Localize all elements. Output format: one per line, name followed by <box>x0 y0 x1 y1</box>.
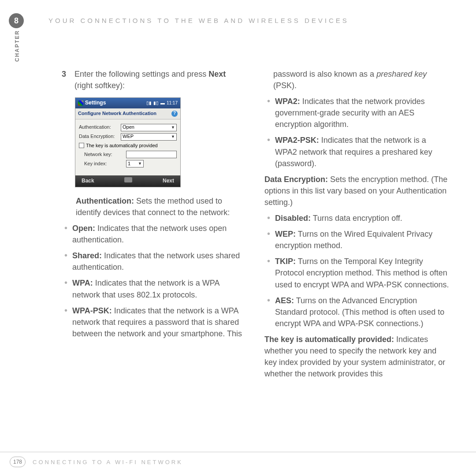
item-text: Indicates that the network uses open aut… <box>72 224 227 244</box>
key-heading: The key is automatically provided: <box>264 335 394 344</box>
item-bold: Shared: <box>72 251 102 260</box>
softkey-next[interactable]: Next <box>163 177 174 185</box>
list-item: AES: Turns on the Advanced Encryption St… <box>266 295 450 329</box>
list-item: TKIP: Turns on the Temporal Key Integrit… <box>266 256 450 290</box>
list-item: Disabled: Turns data encryption off. <box>266 212 450 224</box>
header-title: YOUR CONNECTIONS TO THE WEB AND WIRELESS… <box>48 17 349 24</box>
auto-key-checkbox[interactable] <box>79 143 84 148</box>
ss-body: Authentication: Open ▼ Data Encryption: … <box>75 119 180 176</box>
main-content: 3 Enter the following settings and press… <box>62 68 458 384</box>
list-item: WEP: Turns on the Wired Equivalent Priva… <box>266 228 450 251</box>
enc-heading: Data Encryption: <box>264 175 328 184</box>
list-item: WPA-PSK: Indicates that the network is a… <box>63 305 247 339</box>
start-icon <box>78 100 83 106</box>
list-item: WPA: Indicates that the network is a WPA… <box>63 277 247 300</box>
keyidx-dropdown[interactable]: 1 ▼ <box>126 160 144 167</box>
column-right: password is also known as a preshared ke… <box>264 68 450 384</box>
auth-list-cont: WPA2: Indicates that the network provide… <box>264 96 450 169</box>
item-bold: WPA-PSK: <box>72 306 112 315</box>
step-number: 3 <box>62 68 72 80</box>
step-text-before: Enter the following settings and press <box>74 70 208 78</box>
keyidx-label: Key index: <box>84 160 126 167</box>
key-section: The key is automatically provided: Indic… <box>264 334 450 379</box>
enc-label: Data Encryption: <box>79 133 121 140</box>
cont-text-1: password is also known as a <box>273 70 376 78</box>
netkey-input[interactable] <box>126 151 177 158</box>
signal-icon: ▯▮ <box>146 100 152 107</box>
item-bold: Open: <box>72 224 95 233</box>
item-bold: WPA2-PSK: <box>275 136 319 145</box>
item-bold: AES: <box>275 296 294 305</box>
keyidx-value: 1 <box>128 160 130 167</box>
list-item: WPA2: Indicates that the network provide… <box>266 96 450 130</box>
step-bold: Next <box>208 70 226 78</box>
page-number: 178 <box>10 457 26 467</box>
auth-dropdown[interactable]: Open ▼ <box>121 124 177 131</box>
chapter-number-badge: 8 <box>9 13 24 28</box>
ss-titlebar: Settings ▯▮ ▮▯ ▬ 11:17 <box>75 98 180 108</box>
enc-value: WEP <box>123 133 134 140</box>
cont-italic: preshared key <box>376 70 427 78</box>
item-bold: WPA2: <box>275 97 300 106</box>
item-text: Turns on the Advanced Encryption Standar… <box>275 296 444 328</box>
item-bold: Disabled: <box>275 214 311 223</box>
list-item: Open: Indicates that the network uses op… <box>63 223 247 245</box>
auth-value: Open <box>123 124 134 131</box>
auto-key-checkbox-row: The key is automatically provided <box>79 142 177 149</box>
footer-title: CONNECTING TO A WI-FI NETWORK <box>33 459 183 465</box>
enc-dropdown[interactable]: WEP ▼ <box>121 133 177 141</box>
item-text: Turns data encryption off. <box>311 214 402 223</box>
netkey-label: Network key: <box>84 151 126 158</box>
softkey-back[interactable]: Back <box>82 177 94 185</box>
ss-softkeys: Back Next <box>75 175 180 186</box>
item-bold: TKIP: <box>275 257 296 266</box>
device-screenshot: Settings ▯▮ ▮▯ ▬ 11:17 Configure Network… <box>75 97 181 187</box>
ss-title: Settings <box>85 99 106 107</box>
step-text-after: (right softkey): <box>74 81 125 90</box>
step-3: 3 Enter the following settings and press… <box>62 68 247 91</box>
chevron-down-icon: ▼ <box>171 134 175 140</box>
keyboard-icon[interactable] <box>124 177 132 182</box>
help-icon[interactable]: ? <box>171 111 178 117</box>
auth-heading: Authentication: <box>76 197 134 205</box>
wpa-psk-continuation: password is also known as a preshared ke… <box>264 68 450 91</box>
ss-subtitle: Configure Network Authentication <box>78 110 156 117</box>
wifi-icon: ▮▯ <box>153 100 159 107</box>
auto-key-label: The key is automatically provided <box>86 142 158 149</box>
item-bold: WPA: <box>72 279 93 287</box>
chapter-label: CHAPTER <box>14 30 20 62</box>
auth-label: Authentication: <box>79 124 121 131</box>
item-text: Turns on the Temporal Key Integrity Prot… <box>275 257 449 289</box>
enc-list: Disabled: Turns data encryption off. WEP… <box>264 212 450 329</box>
list-item: WPA2-PSK: Indicates that the network is … <box>266 134 450 169</box>
item-text: Indicates that the network is a WPA netw… <box>72 279 219 299</box>
ss-status-icons: ▯▮ ▮▯ ▬ 11:17 <box>146 100 178 107</box>
ss-subtitle-bar: Configure Network Authentication ? <box>75 108 180 119</box>
column-left: 3 Enter the following settings and press… <box>62 68 247 384</box>
list-item: Shared: Indicates that the network uses … <box>63 250 247 273</box>
ss-time: 11:17 <box>167 100 178 107</box>
item-text: Turns on the Wired Equivalent Privacy en… <box>275 230 432 250</box>
chevron-down-icon: ▼ <box>171 125 175 130</box>
cont-text-2: (PSK). <box>273 81 297 90</box>
auth-section: Authentication: Sets the method used to … <box>62 195 247 218</box>
auth-list: Open: Indicates that the network uses op… <box>62 223 247 339</box>
enc-section: Data Encryption: Sets the encryption met… <box>264 174 450 208</box>
battery-icon: ▬ <box>160 100 165 107</box>
footer: 178 CONNECTING TO A WI-FI NETWORK <box>0 452 476 467</box>
item-bold: WEP: <box>275 230 296 238</box>
chevron-down-icon: ▼ <box>138 161 142 167</box>
